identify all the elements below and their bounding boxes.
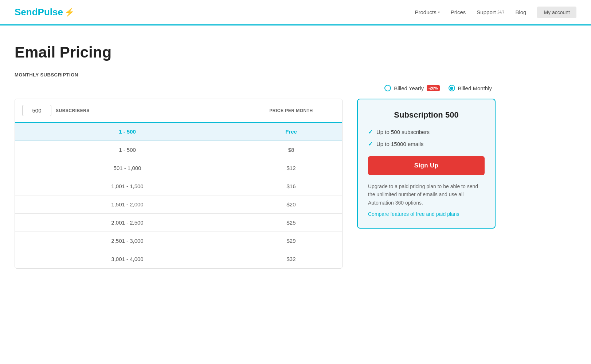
table-row[interactable]: 1,501 - 2,000 $20 (15, 195, 342, 214)
signup-button[interactable]: Sign Up (368, 156, 485, 175)
check-icon: ✓ (368, 141, 373, 147)
row-price: $29 (240, 232, 342, 250)
row-price: $20 (240, 195, 342, 213)
main-layout: SUBSCRIBERS PRICE PER MONTH 1 - 500 Free… (15, 99, 496, 269)
feature-list: ✓ Up to 500 subscribers ✓ Up to 15000 em… (368, 128, 485, 147)
page-content: Email Pricing MONTHLY SUBSCRIPTION Bille… (0, 25, 510, 283)
row-range: 1,001 - 1,500 (15, 177, 240, 195)
row-range: 1 - 500 (15, 123, 240, 141)
subscribers-col-label: SUBSCRIBERS (56, 108, 90, 113)
check-icon: ✓ (368, 128, 373, 135)
table-row[interactable]: 2,501 - 3,000 $29 (15, 232, 342, 250)
billing-yearly-label: Billed Yearly (394, 85, 424, 91)
table-row[interactable]: 1 - 500 $8 (15, 141, 342, 159)
feature-item: ✓ Up to 15000 emails (368, 141, 485, 147)
main-nav: Products ▾ Prices Support24/7 Blog My ac… (415, 7, 576, 18)
compare-link[interactable]: Compare features of free and paid plans (368, 211, 485, 217)
row-range: 1 - 500 (15, 141, 240, 159)
subscribers-column-header: SUBSCRIBERS (15, 99, 240, 122)
row-range: 1,501 - 2,000 (15, 195, 240, 213)
row-range: 3,001 - 4,000 (15, 250, 240, 268)
table-scroll-area[interactable]: 1 - 500 Free 1 - 500 $8 501 - 1,000 $12 … (15, 123, 342, 268)
billing-yearly-option[interactable]: Billed Yearly -20% (384, 85, 439, 91)
billing-toggle-row: Billed Yearly -20% Billed Monthly (15, 85, 496, 91)
billing-monthly-radio[interactable] (449, 85, 455, 91)
nav-prices[interactable]: Prices (451, 9, 466, 15)
row-price: $16 (240, 177, 342, 195)
row-price: Free (240, 123, 342, 141)
pricing-table: SUBSCRIBERS PRICE PER MONTH 1 - 500 Free… (15, 99, 343, 269)
nav-products[interactable]: Products ▾ (415, 9, 439, 15)
table-row[interactable]: 501 - 1,000 $12 (15, 159, 342, 177)
nav-blog[interactable]: Blog (515, 9, 526, 15)
subscribers-input[interactable] (22, 105, 51, 116)
row-price: $25 (240, 214, 342, 232)
price-column-header: PRICE PER MONTH (240, 99, 342, 122)
section-label: MONTHLY SUBSCRIPTION (15, 72, 496, 78)
table-row[interactable]: 1,001 - 1,500 $16 (15, 177, 342, 195)
subscription-card-title: Subscription 500 (368, 110, 485, 120)
billing-monthly-option[interactable]: Billed Monthly (449, 85, 492, 91)
logo-text: SendPulse (15, 7, 63, 18)
nav-support[interactable]: Support24/7 (477, 9, 504, 15)
row-range: 2,501 - 3,000 (15, 232, 240, 250)
site-header: SendPulse⚡ Products ▾ Prices Support24/7… (0, 0, 591, 25)
row-price: $32 (240, 250, 342, 268)
feature-text: Up to 15000 emails (376, 141, 423, 147)
upgrade-text: Upgrade to a paid pricing plan to be abl… (368, 182, 485, 207)
logo[interactable]: SendPulse⚡ (15, 7, 74, 18)
my-account-button[interactable]: My account (537, 7, 576, 18)
price-col-label: PRICE PER MONTH (269, 108, 313, 113)
logo-icon: ⚡ (64, 8, 74, 17)
table-row[interactable]: 2,001 - 2,500 $25 (15, 214, 342, 232)
billing-monthly-label: Billed Monthly (458, 85, 492, 91)
row-price: $8 (240, 141, 342, 159)
table-row[interactable]: 3,001 - 4,000 $32 (15, 250, 342, 268)
table-header: SUBSCRIBERS PRICE PER MONTH (15, 99, 342, 123)
table-row[interactable]: 1 - 500 Free (15, 123, 342, 141)
feature-text: Up to 500 subscribers (376, 129, 430, 135)
billing-yearly-radio[interactable] (384, 85, 391, 91)
row-price: $12 (240, 159, 342, 177)
row-range: 2,001 - 2,500 (15, 214, 240, 232)
products-dropdown-arrow: ▾ (438, 10, 440, 14)
row-range: 501 - 1,000 (15, 159, 240, 177)
discount-badge: -20% (427, 85, 440, 91)
page-title: Email Pricing (15, 44, 496, 61)
support-superscript: 24/7 (497, 10, 504, 14)
subscription-card: Subscription 500 ✓ Up to 500 subscribers… (357, 99, 496, 229)
feature-item: ✓ Up to 500 subscribers (368, 128, 485, 135)
